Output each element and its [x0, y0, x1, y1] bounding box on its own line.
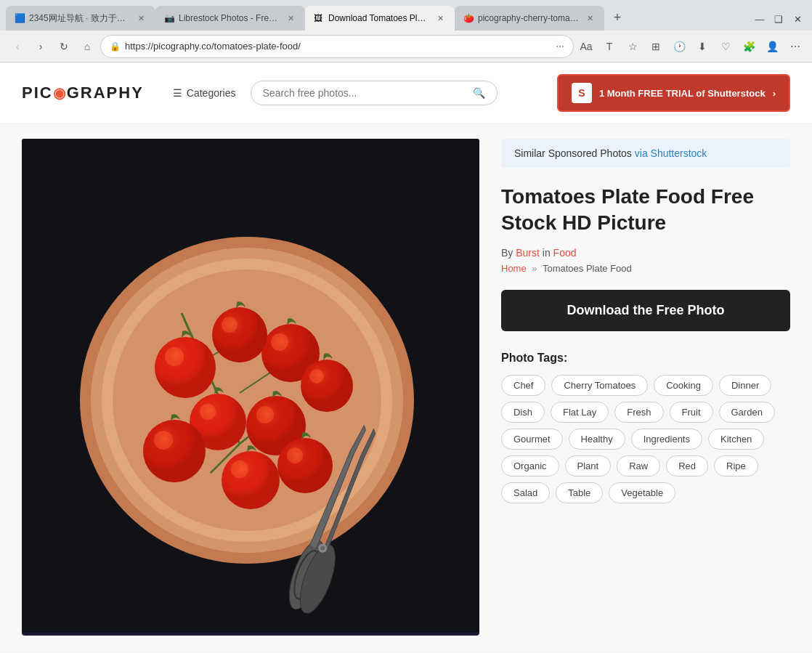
tab-title-1: 2345网址导航 · 致力于打造... — [29, 12, 131, 25]
collections-icon[interactable]: ⊞ — [646, 37, 665, 56]
tab-close-4[interactable]: ✕ — [584, 12, 596, 24]
categories-label: Categories — [187, 87, 236, 99]
tag-item[interactable]: Cherry Tomatoes — [551, 375, 648, 396]
sponsored-link[interactable]: via Shutterstock — [635, 147, 707, 159]
sponsored-bar: Similar Sponsored Photos via Shutterstoc… — [501, 139, 790, 168]
tab-close-1[interactable]: ✕ — [135, 12, 147, 24]
tag-item[interactable]: Organic — [501, 455, 559, 476]
address-input[interactable] — [125, 41, 551, 52]
tab-title-4: picography-cherry-tomato... — [478, 13, 580, 23]
new-tab-button[interactable]: + — [607, 7, 628, 28]
tags-grid: ChefCherry TomatoesCookingDinnerDishFlat… — [501, 375, 790, 503]
svg-point-18 — [155, 337, 216, 398]
search-bar[interactable]: 🔍 — [251, 81, 498, 105]
tag-item[interactable]: Garden — [719, 402, 775, 423]
right-side: Similar Sponsored Photos via Shutterstoc… — [479, 139, 790, 636]
svg-point-34 — [287, 447, 303, 463]
back-button[interactable]: ‹ — [7, 36, 28, 57]
favorites-icon[interactable]: ☆ — [623, 37, 642, 56]
lock-icon: 🔒 — [110, 41, 121, 52]
photo-container — [22, 139, 479, 636]
download-icon[interactable]: ⬇ — [693, 37, 712, 56]
tab-favicon-4: 🍅 — [463, 13, 474, 23]
tag-item[interactable]: Salad — [501, 482, 550, 503]
tab-3[interactable]: 🖼 Download Tomatoes Plate F... ✕ — [305, 6, 455, 31]
site-header: PIC◉GRAPHY ☰ Categories 🔍 S 1 Month FREE… — [0, 62, 812, 124]
tag-item[interactable]: Ingredients — [631, 429, 702, 450]
svg-point-22 — [256, 406, 274, 423]
minimize-button[interactable]: — — [751, 10, 768, 28]
tag-item[interactable]: Chef — [501, 375, 545, 396]
tag-item[interactable]: Cooking — [654, 375, 713, 396]
author-prefix: By — [501, 247, 513, 259]
tag-item[interactable]: Dish — [501, 402, 545, 423]
photo-meta: By Burst in Food — [501, 247, 790, 259]
tag-item[interactable]: Gourmet — [501, 429, 563, 450]
close-button[interactable]: ✕ — [789, 10, 806, 28]
tag-item[interactable]: Red — [666, 455, 708, 476]
author-name: Burst — [516, 247, 540, 259]
tab-1[interactable]: 🟦 2345网址导航 · 致力于打造... ✕ — [6, 6, 155, 31]
category-link[interactable]: Food — [553, 247, 577, 259]
profile-icon[interactable]: 👤 — [763, 37, 781, 56]
tab-close-3[interactable]: ✕ — [434, 12, 446, 24]
tag-item[interactable]: Raw — [617, 455, 660, 476]
tag-item[interactable]: Fruit — [670, 402, 713, 423]
download-button[interactable]: Download the Free Photo — [501, 290, 790, 331]
tag-item[interactable]: Fresh — [614, 402, 663, 423]
tab-2[interactable]: 📷 Librestock Photos - Free Sto... ✕ — [155, 6, 305, 31]
categories-nav[interactable]: ☰ Categories — [173, 87, 236, 99]
tag-item[interactable]: Vegetable — [609, 482, 675, 503]
svg-point-16 — [222, 317, 237, 333]
tags-label: Photo Tags: — [501, 352, 790, 365]
tag-item[interactable]: Flat Lay — [551, 402, 609, 423]
tag-item[interactable]: Ripe — [714, 455, 758, 476]
svg-point-31 — [231, 461, 248, 478]
svg-point-37 — [309, 369, 324, 384]
extensions-icon[interactable]: 🧩 — [739, 37, 758, 56]
tab-bar: 🟦 2345网址导航 · 致力于打造... ✕ 📷 Librestock Pho… — [0, 0, 812, 31]
svg-point-36 — [301, 360, 353, 412]
shutterstock-logo-icon: S — [572, 83, 592, 103]
breadcrumb-current: Tomatoes Plate Food — [543, 263, 632, 274]
search-input[interactable] — [263, 87, 467, 99]
heart-icon[interactable]: ♡ — [716, 37, 735, 56]
search-icon[interactable]: 🔍 — [473, 87, 485, 99]
author-link[interactable]: Burst — [516, 247, 540, 259]
reload-button[interactable]: ↻ — [54, 36, 74, 57]
maximize-button[interactable]: ❑ — [770, 10, 787, 28]
shutterstock-trial-button[interactable]: S 1 Month FREE TRIAL of Shutterstock › — [557, 74, 790, 112]
svg-point-25 — [200, 404, 216, 420]
history-icon[interactable]: 🕐 — [670, 37, 689, 56]
tag-item[interactable]: Plant — [565, 455, 612, 476]
svg-point-15 — [212, 307, 267, 362]
photo-side — [22, 139, 479, 636]
photo-image — [22, 139, 479, 633]
tab-title-3: Download Tomatoes Plate F... — [328, 13, 430, 23]
tab-close-2[interactable]: ✕ — [285, 12, 296, 24]
tab-favicon-2: 📷 — [164, 13, 174, 23]
chevron-right-icon: › — [773, 88, 776, 99]
tag-item[interactable]: Healthy — [569, 429, 625, 450]
forward-button[interactable]: › — [31, 36, 51, 57]
breadcrumb: Home » Tomatoes Plate Food — [501, 263, 790, 274]
tag-item[interactable]: Table — [556, 482, 603, 503]
tag-item[interactable]: Dinner — [719, 375, 771, 396]
svg-point-28 — [154, 431, 173, 450]
svg-point-13 — [271, 333, 288, 351]
tab-title-2: Librestock Photos - Free Sto... — [179, 13, 280, 23]
home-button[interactable]: ⌂ — [77, 36, 97, 57]
logo[interactable]: PIC◉GRAPHY — [22, 84, 144, 102]
in-text: in — [543, 247, 551, 259]
menu-icon[interactable]: ⋯ — [786, 37, 805, 56]
reading-mode-icon[interactable]: Aa — [577, 37, 596, 56]
sponsored-label: Similar Sponsored Photos — [514, 147, 632, 159]
tab-4[interactable]: 🍅 picography-cherry-tomato... ✕ — [455, 6, 604, 31]
tag-item[interactable]: Kitchen — [708, 429, 764, 450]
breadcrumb-home-link[interactable]: Home — [501, 263, 527, 274]
svg-point-19 — [165, 347, 184, 366]
address-bar[interactable]: 🔒 ⋯ — [100, 35, 574, 58]
breadcrumb-home: Home — [501, 263, 527, 274]
logo-dot-icon: ◉ — [53, 85, 67, 101]
translate-icon[interactable]: T — [600, 37, 619, 56]
